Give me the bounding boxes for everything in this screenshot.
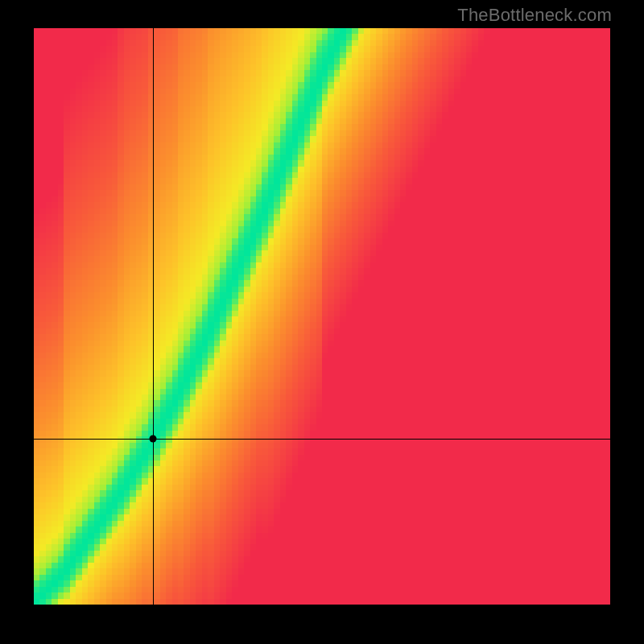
crosshair-dot — [150, 435, 157, 442]
heatmap-plot — [34, 28, 610, 605]
watermark-text: TheBottleneck.com — [457, 5, 612, 26]
crosshair-vertical — [153, 28, 154, 605]
crosshair-horizontal — [34, 439, 610, 440]
chart-frame: TheBottleneck.com — [0, 0, 644, 644]
heatmap-canvas — [34, 28, 610, 605]
